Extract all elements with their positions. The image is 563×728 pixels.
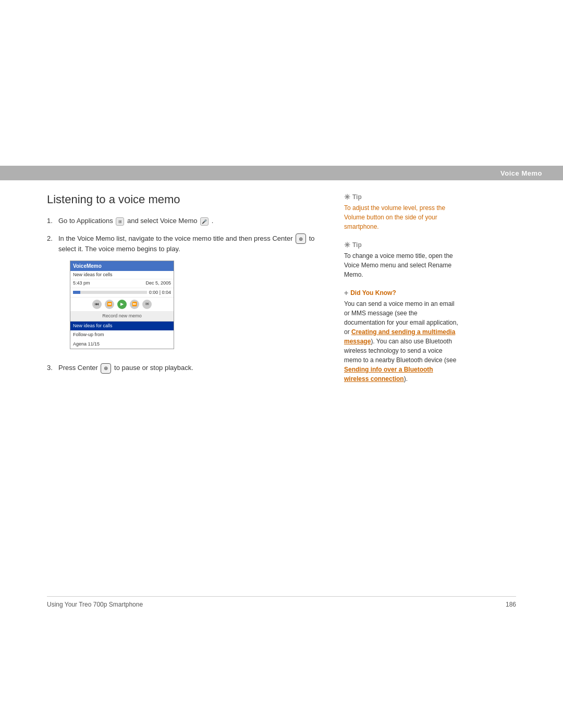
footer-page: 186 <box>506 601 516 608</box>
phone-list-item-3: Agena 11/15 <box>70 340 174 349</box>
phone-progress-bar <box>73 291 147 294</box>
tip-text-2: To change a voice memo title, open the V… <box>344 251 459 279</box>
phone-fwd-btn: ⏩ <box>130 300 139 309</box>
phone-play-btn: ▶ <box>117 300 127 309</box>
section-title: Listening to a voice memo <box>47 193 323 206</box>
tip-plus-icon: + <box>344 289 348 297</box>
phone-back-btn: ⏪ <box>105 300 114 309</box>
tip-label-3: Did You Know? <box>350 289 396 297</box>
phone-time-display: 0:00 | 0:04 <box>149 289 171 297</box>
tip-text-3c: ). <box>404 375 408 382</box>
tip-header-2: ✳ Tip <box>344 241 459 249</box>
step-text-1a: Go to Applications <box>58 217 113 225</box>
tip-block-1: ✳ Tip To adjust the volume level, press … <box>344 193 459 231</box>
header-bar-title: Voice Memo <box>500 169 542 177</box>
step-text-3a: Press Center <box>58 364 100 372</box>
phone-controls: ⏮ ⏪ ▶ ⏩ ✉ <box>70 298 174 312</box>
footer: Using Your Treo 700p Smartphone 186 <box>47 596 516 608</box>
step-text-2a: In the Voice Memo list, navigate to the … <box>58 235 295 242</box>
step-number-1: 1. <box>47 216 58 226</box>
step-content-2: In the Voice Memo list, navigate to the … <box>58 233 323 356</box>
phone-envelope-btn: ✉ <box>142 300 152 309</box>
left-column: Listening to a voice memo 1. Go to Appli… <box>47 193 323 393</box>
list-item: 2. In the Voice Memo list, navigate to t… <box>47 233 323 356</box>
step-content-3: Press Center ⊕ to pause or stop playback… <box>58 363 323 374</box>
right-column: ✳ Tip To adjust the volume level, press … <box>344 193 459 393</box>
step-number-3: 3. <box>47 363 58 374</box>
phone-rewind-btn: ⏮ <box>92 300 102 309</box>
tip-header-3: + Did You Know? <box>344 289 459 297</box>
phone-record-btn: Record new memo <box>70 312 174 322</box>
tip-star-icon-2: ✳ <box>344 241 350 249</box>
footer-text: Using Your Treo 700p Smartphone <box>47 601 143 608</box>
phone-memo-name: New ideas for cells <box>73 272 113 279</box>
tip-text-1: To adjust the volume level, press the Vo… <box>344 203 459 231</box>
applications-icon: ⊞ <box>116 217 124 226</box>
tip-link-2[interactable]: Sending info over a Bluetooth wireless c… <box>344 366 433 382</box>
tip-text-3: You can send a voice memo in an email or… <box>344 299 459 384</box>
phone-list-item-2: Follow-up from <box>70 330 174 340</box>
step-content-1: Go to Applications ⊞ and select Voice Me… <box>58 216 323 226</box>
voice-memo-icon: 🎤 <box>200 217 209 226</box>
phone-timestamp-row: 5:43 pm Dec 5, 2005 <box>70 279 174 288</box>
tip-star-icon-1: ✳ <box>344 193 350 201</box>
tip-block-2: ✳ Tip To change a voice memo title, open… <box>344 241 459 279</box>
list-item: 3. Press Center ⊕ to pause or stop playb… <box>47 363 323 374</box>
phone-memo-row: New ideas for cells <box>70 271 174 280</box>
phone-progress-row: 0:00 | 0:04 <box>70 288 174 298</box>
steps-list: 1. Go to Applications ⊞ and select Voice… <box>47 216 323 374</box>
tip-label-1: Tip <box>352 193 362 201</box>
tip-block-3: + Did You Know? You can send a voice mem… <box>344 289 459 384</box>
phone-date: Dec 5, 2005 <box>145 280 171 287</box>
phone-app-title: VoiceMemo <box>70 261 174 271</box>
step-text-1b: and select Voice Memo <box>127 217 199 225</box>
step-text-1c: . <box>212 217 214 225</box>
step-number-2: 2. <box>47 233 58 356</box>
center-button-icon-2: ⊕ <box>101 363 111 374</box>
header-bar: Voice Memo <box>0 166 563 180</box>
tip-header-1: ✳ Tip <box>344 193 459 201</box>
main-content: Listening to a voice memo 1. Go to Appli… <box>47 193 516 393</box>
center-button-icon: ⊕ <box>296 233 306 244</box>
tip-label-2: Tip <box>352 241 362 249</box>
phone-timestamp: 5:43 pm <box>73 280 90 287</box>
phone-mockup: VoiceMemo New ideas for cells 5:43 pm De… <box>70 261 174 350</box>
step-text-3b: to pause or stop playback. <box>114 364 193 372</box>
phone-list-item-selected: New ideas for calls <box>70 322 174 331</box>
list-item: 1. Go to Applications ⊞ and select Voice… <box>47 216 323 226</box>
phone-progress-fill <box>73 291 80 294</box>
